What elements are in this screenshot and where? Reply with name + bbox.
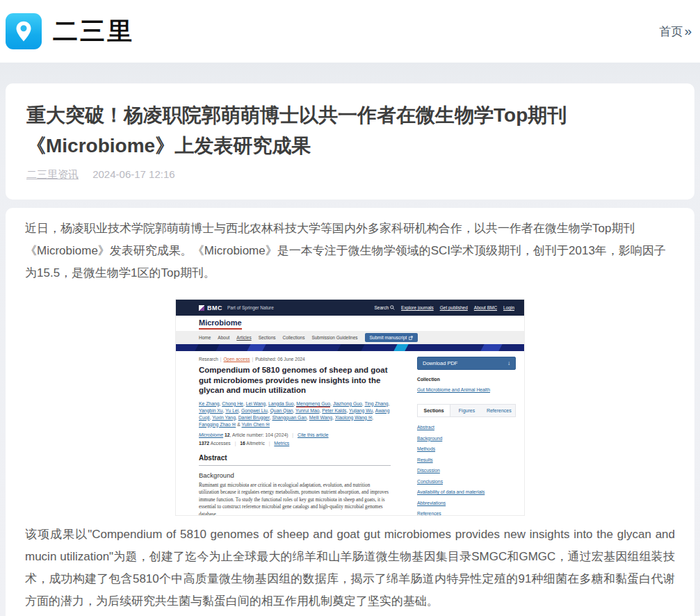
section-link: Abstract: [417, 425, 516, 430]
source-link[interactable]: 二三里资讯: [26, 168, 79, 180]
bmc-nav-link: Get published: [440, 305, 468, 310]
author-link: Meili Wang: [309, 415, 332, 420]
author-link: Yuxin Yang: [212, 415, 236, 420]
journal-menu-items: HomeAboutArticlesSectionsCollectionsSubm…: [199, 335, 358, 340]
section-link: Results: [417, 457, 516, 462]
author-link: Lei Wang: [246, 401, 266, 406]
section-links: AbstractBackgroundMethodsResultsDiscussi…: [417, 425, 516, 515]
open-access-link: Open access: [224, 357, 250, 362]
author: Lei Wang,: [246, 401, 268, 406]
byline: 二三里资讯 2024-06-17 12:16: [26, 168, 674, 181]
sidebar-tab: Sections: [418, 405, 450, 416]
banner-decoration: [391, 344, 410, 351]
site-header: 二三里 首页 »: [0, 0, 700, 63]
sidebar-tab: References: [483, 405, 515, 416]
paper-metrics: 1372 Accesses | 16 Altmetric | Metrics: [199, 441, 391, 446]
submit-manuscript-button: Submit manuscript: [365, 333, 418, 342]
paper-title: Compendium of 5810 genomes of sheep and …: [199, 365, 391, 396]
section-link: Abbreviations: [417, 501, 516, 505]
author: Gongwei Liu,: [241, 408, 270, 413]
submit-manuscript-label: Submit manuscript: [370, 335, 407, 340]
paper-content: Research|Open access|Published: 06 June …: [176, 351, 524, 515]
title-card: 重大突破！杨凌职院郭萌萌博士以共一作者在微生物学Top期刊《Microbiome…: [6, 83, 694, 200]
author-link: Chong He: [222, 401, 243, 406]
banner-decoration: [193, 344, 222, 351]
altmetric-count: 16: [240, 441, 245, 446]
section-link: Availability of data and materials: [417, 489, 516, 494]
paper-citation: Microbiome 12, Article number: 104 (2024…: [199, 432, 391, 437]
section-link: Methods: [417, 446, 516, 451]
author-link: Ke Zhang: [199, 401, 219, 406]
author: Shangquan Gan,: [272, 415, 309, 420]
author-link: Fangqing Zhao ✉: [199, 422, 236, 427]
author: Yangbin Xu,: [199, 408, 225, 413]
section-link: Background: [417, 436, 516, 441]
author: Yunrui Mao,: [295, 408, 322, 413]
journal-screenshot-image[interactable]: BMC Part of Springer Nature Search Explo…: [176, 300, 524, 515]
author: Yu Lei,: [225, 408, 241, 413]
citation-volume: 12: [225, 432, 230, 437]
banner-decoration: [336, 344, 367, 351]
bmc-logo-icon: [199, 305, 204, 311]
section-link: Conclusions: [417, 479, 516, 484]
page: 二三里 首页 » 重大突破！杨凌职院郭萌萌博士以共一作者在微生物学Top期刊《M…: [0, 0, 700, 616]
bmc-nav-link: About BMC: [474, 305, 497, 310]
author: Meili Wang,: [309, 415, 335, 420]
banner-decoration: [245, 344, 268, 351]
article-paragraph-1: 近日，杨凌职业技术学院郭萌萌博士与西北农林科技大学等国内外多家科研机构合作，以共…: [25, 218, 675, 284]
paper-main-column: Research|Open access|Published: 06 June …: [199, 351, 391, 515]
author-link: Daniel Brugger: [238, 415, 270, 420]
author: Ke Zhang,: [199, 401, 222, 406]
abstract-text: Ruminant gut microbiota are critical in …: [199, 482, 391, 516]
author-link: Yujiang Wu: [349, 408, 373, 413]
bmc-nav-link: Login: [503, 305, 514, 310]
brand-name[interactable]: 二三里: [53, 15, 134, 49]
sidebar-tabs: SectionsFiguresReferences: [417, 404, 516, 417]
journal-menu-item: About: [218, 335, 229, 340]
article-paragraph-2: 该项成果以"Compendium of 5810 genomes of shee…: [25, 524, 675, 613]
external-link-icon: [409, 336, 413, 340]
author: Daniel Brugger,: [238, 415, 272, 420]
section-link: References: [417, 511, 516, 515]
home-link[interactable]: 首页 »: [659, 24, 692, 40]
journal-name: Microbiome: [199, 318, 242, 330]
journal-menu-item: Articles: [236, 335, 251, 340]
author-link: Yangbin Xu: [199, 408, 223, 413]
section-link: Discussion: [417, 468, 516, 473]
author: Jiazhong Guo,: [333, 401, 365, 406]
author-link: Yulin Chen ✉: [242, 422, 270, 427]
author-link: Shangquan Gan: [272, 415, 307, 420]
paper-type: Research: [199, 357, 218, 362]
author-link: Ting Zhang: [365, 401, 389, 406]
brand-logo[interactable]: [6, 13, 42, 49]
author: Fangqing Zhao ✉ &: [199, 422, 242, 427]
journal-menu-item: Home: [199, 335, 211, 340]
bmc-topbar: BMC Part of Springer Nature Search Explo…: [176, 300, 524, 316]
author-link: Peter Kalds: [322, 408, 346, 413]
author: Yujiang Wu,: [349, 408, 375, 413]
author: Quan Qian,: [270, 408, 296, 413]
author: Peter Kalds,: [322, 408, 349, 413]
accesses-label: Accesses: [211, 441, 231, 446]
altmetric-label: Altmetric: [246, 441, 264, 446]
journal-banner: [176, 344, 524, 351]
home-link-label: 首页: [659, 24, 683, 40]
bmc-nav-links: Explore journalsGet publishedAbout BMCLo…: [401, 305, 514, 310]
accesses-count: 1372: [199, 441, 209, 446]
article-body-card: 近日，杨凌职业技术学院郭萌萌博士与西北农林科技大学等国内外多家科研机构合作，以共…: [6, 208, 694, 616]
author-link: Quan Qian: [270, 408, 293, 413]
bmc-search-label: Search: [375, 305, 389, 310]
paper-authors: Ke Zhang, Chong He, Lei Wang, Langda Suo…: [199, 400, 391, 428]
collection-link: Gut Microbiome and Animal Health: [417, 387, 490, 392]
journal-menu-item: Collections: [283, 335, 305, 340]
location-pin-icon: [13, 19, 34, 43]
paper-sidebar: Download PDF ↓ Collection Gut Microbiome…: [417, 351, 516, 515]
collection-label: Collection: [417, 377, 516, 382]
download-icon: ↓: [507, 360, 510, 366]
background-heading: Background: [199, 471, 391, 479]
bmc-search: Search: [375, 305, 396, 310]
bmc-tagline: Part of Springer Nature: [227, 305, 274, 310]
banner-decoration: [479, 344, 505, 351]
page-title: 重大突破！杨凌职院郭萌萌博士以共一作者在微生物学Top期刊《Microbiome…: [26, 100, 674, 161]
author-link: Gongwei Liu: [241, 408, 268, 413]
